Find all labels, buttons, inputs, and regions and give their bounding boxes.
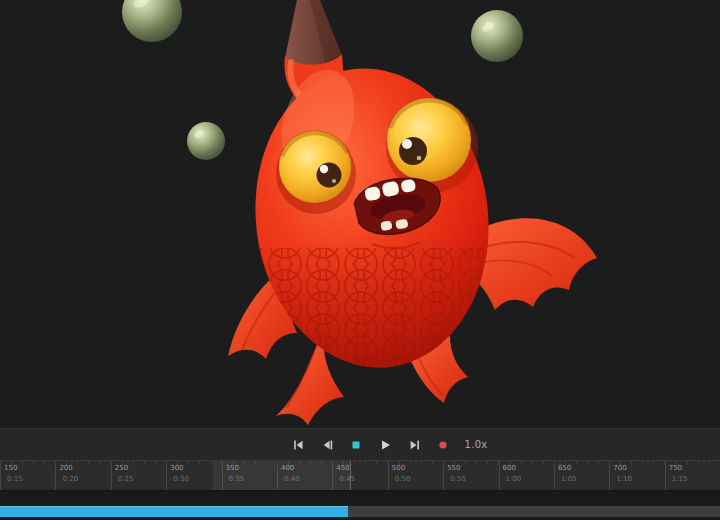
ruler-tick: 6001:00 [499,461,554,490]
record-icon [437,439,449,451]
goldfish-artwork [0,0,720,428]
play-icon [379,439,391,451]
ruler-tick: 4500:45 [332,461,387,490]
skip-start-icon [292,439,304,451]
timeline-ruler-cells: 1500:152000:202500:253000:303500:354000:… [0,461,720,490]
stop-icon [350,439,362,451]
skip-to-start-button[interactable] [290,437,306,453]
timeline-ruler[interactable]: 1500:152000:202500:253000:303500:354000:… [0,460,720,490]
record-button[interactable] [435,437,451,453]
ruler-tick: 4000:40 [277,461,332,490]
step-forward-button[interactable] [406,437,422,453]
timeline-scrollbar-area [0,504,720,520]
bubble [471,10,523,62]
ruler-tick: 2000:20 [55,461,110,490]
step-forward-icon [408,439,420,451]
ruler-tick: 2500:25 [111,461,166,490]
goldfish-left-eye [276,131,356,214]
ruler-tick: 5000:50 [388,461,443,490]
stage-canvas [0,0,720,428]
step-back-icon [321,439,333,451]
step-backward-button[interactable] [319,437,335,453]
goldfish-character [228,0,597,425]
bubble [187,122,225,160]
bubble [122,0,182,42]
cone-hat [285,0,342,66]
ruler-tick: 7001:10 [609,461,664,490]
ruler-tick: 7501:15 [665,461,720,490]
playback-speed-label[interactable]: 1.0x [464,439,487,450]
timeline-scrollbar-thumb[interactable] [0,506,348,517]
stop-button[interactable] [348,437,364,453]
ruler-tick: 3000:30 [166,461,221,490]
ruler-tick: 6501:05 [554,461,609,490]
ruler-tick: 1500:15 [0,461,55,490]
ruler-tick: 3500:35 [222,461,277,490]
transport-bar: 1.0x [0,428,720,460]
timeline-scrollbar-track[interactable] [0,506,720,517]
ruler-tick: 5500:55 [443,461,498,490]
play-button[interactable] [377,437,393,453]
timeline-tracks-strip [0,490,720,504]
animation-preview-app: 1.0x 1500:152000:202500:253000:303500:35… [0,0,720,520]
